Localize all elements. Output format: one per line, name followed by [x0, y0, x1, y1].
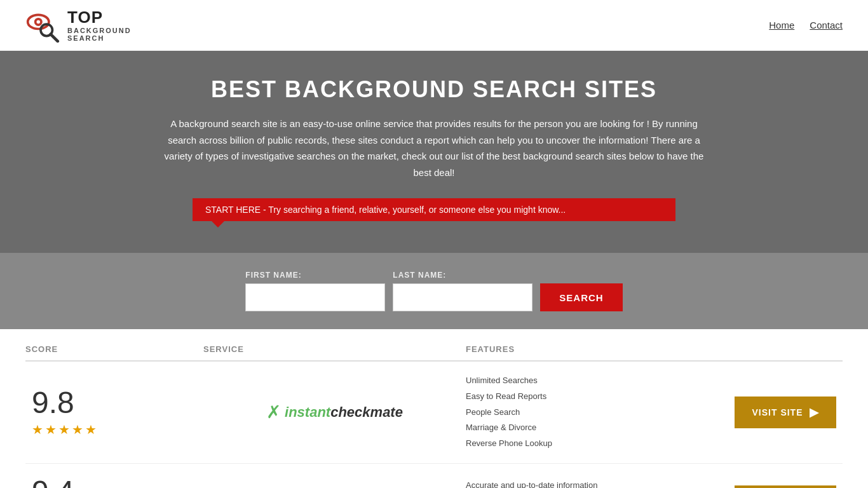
checkmate-logo: ✗ instantcheckmate — [266, 402, 403, 423]
score-number-2: 9.4 — [32, 477, 74, 488]
feature-1-4: Reverse Phone Lookup — [466, 437, 728, 451]
score-cell-1: 9.8 ★ ★ ★ ★ ★ — [25, 388, 203, 437]
arrow-icon-1: ▶ — [810, 405, 819, 419]
table-header: SCORE SERVICE FEATURES — [25, 336, 843, 362]
feature-1-3: Marriage & Divorce — [466, 421, 728, 435]
logo-icon — [25, 8, 64, 43]
hero-section: BEST BACKGROUND SEARCH SITES A backgroun… — [0, 51, 868, 253]
search-form: FIRST NAME: LAST NAME: SEARCH — [13, 271, 855, 311]
logo-text: TOP BACKGROUNDSEARCH — [67, 8, 132, 42]
first-name-label: FIRST NAME: — [245, 271, 385, 280]
search-button[interactable]: SEARCH — [540, 283, 622, 311]
col-score: SCORE — [25, 344, 203, 354]
checkmate-icon: ✗ — [266, 402, 281, 423]
stars-1: ★ ★ ★ ★ ★ — [32, 422, 97, 437]
col-features: FEATURES — [466, 344, 728, 354]
visit-cell-2: VISIT SITE ▶ — [728, 485, 843, 488]
col-service: SERVICE — [203, 344, 466, 354]
page-title: BEST BACKGROUND SEARCH SITES — [13, 76, 855, 103]
header: TOP BACKGROUNDSEARCH Home Contact — [0, 0, 868, 51]
callout-banner: START HERE - Try searching a friend, rel… — [193, 198, 675, 221]
logo-top: TOP — [67, 8, 132, 27]
service-cell-1: ✗ instantcheckmate — [203, 402, 466, 423]
feature-1-2: People Search — [466, 406, 728, 419]
logo: TOP BACKGROUNDSEARCH — [25, 8, 132, 43]
callout-text: START HERE - Try searching a friend, rel… — [205, 205, 566, 215]
visit-cell-1: VISIT SITE ▶ — [728, 396, 843, 428]
nav-home[interactable]: Home — [769, 20, 794, 30]
last-name-label: LAST NAME: — [393, 271, 532, 280]
results-section: SCORE SERVICE FEATURES 9.8 ★ ★ ★ ★ ★ ✗ i… — [0, 336, 868, 488]
first-name-group: FIRST NAME: — [245, 271, 385, 311]
feature-2-0: Accurate and up-to-date information — [466, 479, 728, 488]
hero-description: A background search site is an easy-to-u… — [161, 116, 707, 180]
visit-button-2[interactable]: VISIT SITE ▶ — [735, 485, 836, 488]
logo-bottom: BACKGROUNDSEARCH — [67, 27, 132, 42]
table-row: 9.8 ★ ★ ★ ★ ★ ✗ instantcheckmate Unlimit… — [25, 362, 843, 464]
visit-button-1[interactable]: VISIT SITE ▶ — [735, 396, 836, 428]
search-section: FIRST NAME: LAST NAME: SEARCH — [0, 253, 868, 329]
last-name-input[interactable] — [393, 283, 532, 311]
features-cell-2: Accurate and up-to-date information Unli… — [466, 479, 728, 488]
last-name-group: LAST NAME: — [393, 271, 532, 311]
score-cell-2: 9.4 ★ ★ ★ ★ ★ — [25, 477, 203, 488]
svg-line-4 — [51, 34, 58, 41]
svg-point-2 — [37, 20, 41, 24]
first-name-input[interactable] — [245, 283, 385, 311]
features-cell-1: Unlimited Searches Easy to Read Reports … — [466, 374, 728, 451]
table-row: 9.4 ★ ★ ★ ★ ★ PeopleLooker Accurate and … — [25, 464, 843, 488]
score-number-1: 9.8 — [32, 388, 74, 418]
feature-1-1: Easy to Read Reports — [466, 390, 728, 403]
nav-contact[interactable]: Contact — [810, 20, 843, 30]
feature-1-0: Unlimited Searches — [466, 374, 728, 388]
nav: Home Contact — [769, 20, 843, 30]
col-action — [728, 344, 843, 354]
